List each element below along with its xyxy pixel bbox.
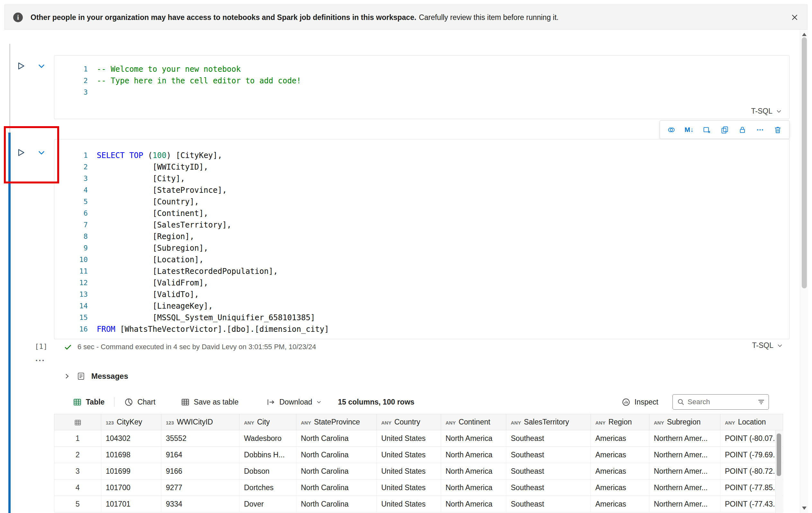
- scroll-up-icon[interactable]: [802, 33, 807, 36]
- table-cell[interactable]: 9166: [162, 463, 239, 480]
- output-collapse-dots[interactable]: ...: [35, 353, 45, 363]
- table-cell[interactable]: Americas: [591, 447, 649, 463]
- table-cell[interactable]: Southeast: [506, 430, 591, 447]
- table-row[interactable]: 41017009277DortchesNorth CarolinaUnited …: [54, 480, 783, 496]
- language-selector-cell-1[interactable]: T-SQL: [751, 107, 782, 115]
- table-cell[interactable]: Wadesboro: [239, 430, 296, 447]
- page-scrollbar-thumb[interactable]: [802, 37, 807, 288]
- table-cell[interactable]: Northern Amer...: [649, 430, 720, 447]
- table-cell[interactable]: 9334: [162, 496, 239, 512]
- table-cell[interactable]: United States: [377, 480, 441, 496]
- tab-table[interactable]: Table: [72, 398, 105, 407]
- table-cell[interactable]: POINT (-80.72.: [720, 463, 783, 480]
- code-line[interactable]: 2 [WWICityID],: [54, 161, 789, 173]
- table-cell[interactable]: POINT (-77.43.: [720, 496, 783, 512]
- column-header-WWICityID[interactable]: 123WWICityID: [162, 414, 239, 430]
- table-cell[interactable]: North America: [441, 463, 506, 480]
- page-scrollbar[interactable]: [800, 30, 808, 513]
- table-cell[interactable]: 9164: [162, 447, 239, 463]
- table-cell[interactable]: Americas: [591, 480, 649, 496]
- table-cell[interactable]: Southeast: [506, 480, 591, 496]
- cell-2-code-editor[interactable]: 1SELECT TOP (100) [CityKey],2 [WWICityID…: [54, 150, 789, 335]
- table-row[interactable]: 21016989164Dobbins H...North CarolinaUni…: [54, 447, 783, 463]
- code-line[interactable]: 10 [Location],: [54, 254, 789, 266]
- code-line[interactable]: 15 [MSSQL_System_Uniquifier_658101385]: [54, 312, 789, 323]
- column-header-Location[interactable]: ANYLocation: [720, 414, 783, 430]
- code-cell-2[interactable]: 1SELECT TOP (100) [CityKey],2 [WWICityID…: [54, 139, 789, 339]
- table-cell[interactable]: Southeast: [506, 496, 591, 512]
- code-line[interactable]: 1SELECT TOP (100) [CityKey],: [54, 150, 789, 161]
- table-cell[interactable]: 9277: [162, 480, 239, 496]
- close-icon[interactable]: [790, 12, 800, 22]
- column-header-Continent[interactable]: ANYContinent: [441, 414, 506, 430]
- table-cell[interactable]: 35552: [162, 430, 239, 447]
- table-cell[interactable]: Northern Amer...: [649, 463, 720, 480]
- table-cell[interactable]: POINT (-80.07.: [720, 430, 783, 447]
- table-cell[interactable]: Dobson: [239, 463, 296, 480]
- table-cell[interactable]: North Carolina: [296, 496, 377, 512]
- table-cell[interactable]: United States: [377, 447, 441, 463]
- copy-cell-icon[interactable]: [718, 123, 731, 136]
- column-header-City[interactable]: ANYCity: [239, 414, 296, 430]
- table-cell[interactable]: North Carolina: [296, 430, 377, 447]
- column-header-StateProvince[interactable]: ANYStateProvince: [296, 414, 377, 430]
- cell-1-code-editor[interactable]: 1-- Welcome to your new notebook2-- Type…: [54, 63, 789, 98]
- table-cell[interactable]: POINT (-79.69.: [720, 447, 783, 463]
- table-cell[interactable]: Northern Amer...: [649, 496, 720, 512]
- code-line[interactable]: 8 [Region],: [54, 231, 789, 242]
- row-number-header[interactable]: [54, 414, 101, 430]
- code-line[interactable]: 16FROM [WhatsTheVectorVictor].[dbo].[dim…: [54, 323, 789, 335]
- table-cell[interactable]: United States: [377, 463, 441, 480]
- markdown-icon[interactable]: M↓: [683, 123, 696, 136]
- table-cell[interactable]: Northern Amer...: [649, 480, 720, 496]
- table-cell[interactable]: North America: [441, 480, 506, 496]
- toggle-parameters-icon[interactable]: [665, 123, 678, 136]
- table-cell[interactable]: 101700: [101, 480, 162, 496]
- clear-output-icon[interactable]: [700, 123, 713, 136]
- messages-section-header[interactable]: Messages: [63, 368, 128, 384]
- search-input[interactable]: [688, 398, 754, 406]
- table-cell[interactable]: United States: [377, 430, 441, 447]
- table-cell[interactable]: 101698: [101, 447, 162, 463]
- column-header-CityKey[interactable]: 123CityKey: [101, 414, 162, 430]
- table-cell[interactable]: Northern Amer...: [649, 447, 720, 463]
- code-line[interactable]: 3 [City],: [54, 173, 789, 184]
- grid-scrollbar-thumb[interactable]: [777, 433, 781, 476]
- scroll-down-icon[interactable]: [802, 507, 807, 510]
- more-actions-icon[interactable]: [754, 123, 767, 136]
- table-cell[interactable]: Dortches: [239, 480, 296, 496]
- column-header-Region[interactable]: ANYRegion: [591, 414, 649, 430]
- column-header-Country[interactable]: ANYCountry: [377, 414, 441, 430]
- code-line[interactable]: 4 [StateProvince],: [54, 184, 789, 196]
- run-cell-1-button[interactable]: [15, 60, 26, 72]
- code-line[interactable]: 13 [ValidTo],: [54, 289, 789, 300]
- table-cell[interactable]: North America: [441, 496, 506, 512]
- table-cell[interactable]: North America: [441, 447, 506, 463]
- table-cell[interactable]: POINT (-77.85.: [720, 480, 783, 496]
- table-cell[interactable]: Dobbins H...: [239, 447, 296, 463]
- table-cell[interactable]: Southeast: [506, 447, 591, 463]
- lock-cell-icon[interactable]: [736, 123, 749, 136]
- download-button[interactable]: Download: [266, 398, 322, 407]
- inspect-button[interactable]: Inspect: [621, 398, 658, 407]
- code-line[interactable]: 3: [54, 87, 789, 98]
- delete-cell-icon[interactable]: [772, 123, 784, 136]
- table-cell[interactable]: 101699: [101, 463, 162, 480]
- column-header-SalesTerritory[interactable]: ANYSalesTerritory: [506, 414, 591, 430]
- language-selector-cell-2[interactable]: T-SQL: [752, 341, 783, 350]
- column-header-Subregion[interactable]: ANYSubregion: [649, 414, 720, 430]
- code-line[interactable]: 12 [ValidFrom],: [54, 277, 789, 289]
- table-cell[interactable]: Americas: [591, 463, 649, 480]
- table-row[interactable]: 31016999166DobsonNorth CarolinaUnited St…: [54, 463, 783, 480]
- code-line[interactable]: 9 [Subregion],: [54, 242, 789, 254]
- save-as-table-button[interactable]: Save as table: [181, 398, 238, 407]
- table-cell[interactable]: 101701: [101, 496, 162, 512]
- table-cell[interactable]: Dover: [239, 496, 296, 512]
- table-cell[interactable]: North Carolina: [296, 463, 377, 480]
- grid-scrollbar[interactable]: [775, 430, 782, 513]
- code-line[interactable]: 6 [Continent],: [54, 208, 789, 219]
- table-cell[interactable]: 104302: [101, 430, 162, 447]
- collapse-cell-1-chevron-icon[interactable]: [36, 60, 47, 72]
- table-row[interactable]: 110430235552WadesboroNorth CarolinaUnite…: [54, 430, 783, 447]
- filter-icon[interactable]: [757, 398, 765, 406]
